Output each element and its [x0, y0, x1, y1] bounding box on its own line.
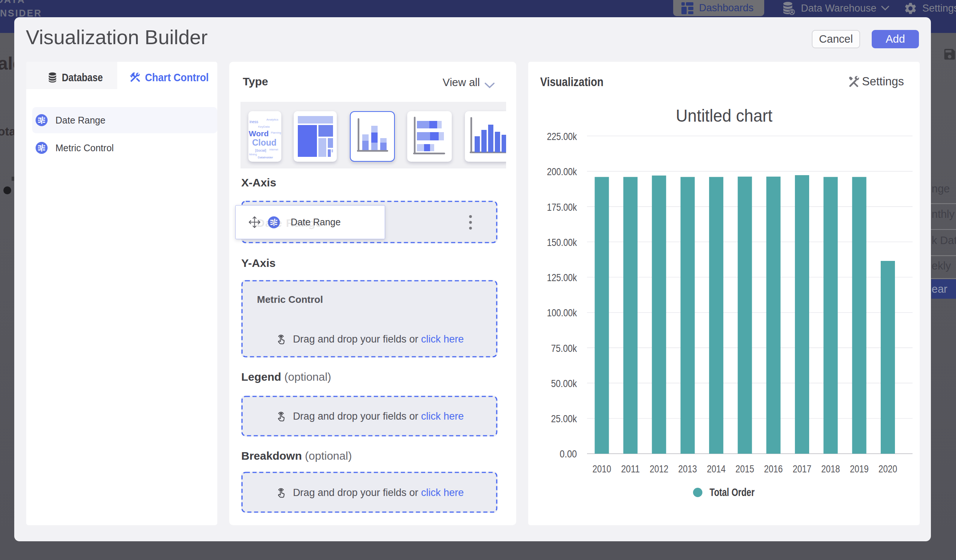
svg-text:Word: Word	[249, 129, 269, 138]
svg-text:175.00k: 175.00k	[547, 202, 577, 213]
svg-text:DataInsider: DataInsider	[258, 156, 273, 159]
svg-text:2019: 2019	[850, 463, 869, 475]
svg-text:50.00k: 50.00k	[551, 378, 577, 389]
svg-text:2012: 2012	[649, 463, 668, 475]
svg-text:75.00k: 75.00k	[551, 343, 577, 354]
svg-text:Untitled chart: Untitled chart	[676, 106, 772, 125]
svg-text:2011: 2011	[621, 463, 640, 475]
svg-text:100.00k: 100.00k	[547, 307, 577, 318]
svg-text:200.00k: 200.00k	[547, 166, 577, 177]
svg-text:125.00k: 125.00k	[547, 272, 577, 283]
svg-text:2018: 2018	[821, 463, 840, 475]
svg-text:internet: internet	[269, 148, 278, 151]
svg-text:150.00k: 150.00k	[547, 237, 577, 248]
svg-text:0.00: 0.00	[560, 449, 577, 460]
svg-text:2017: 2017	[792, 463, 811, 475]
svg-text:2010: 2010	[593, 463, 612, 475]
svg-text:225.00k: 225.00k	[547, 131, 577, 142]
svg-text:[Social]: [Social]	[255, 149, 266, 152]
svg-text:2014: 2014	[707, 463, 726, 475]
svg-text:KeyData: KeyData	[258, 125, 270, 129]
svg-text:2020: 2020	[879, 463, 897, 475]
svg-text:2016: 2016	[764, 463, 783, 475]
svg-text:2013: 2013	[678, 463, 697, 475]
svg-text:Analytics: Analytics	[266, 118, 278, 121]
svg-text:25.00k: 25.00k	[551, 413, 577, 425]
svg-text:2015: 2015	[735, 463, 754, 475]
svg-text:Planning: Planning	[271, 132, 281, 134]
svg-text:iness: iness	[250, 120, 258, 124]
svg-text:Cloud: Cloud	[252, 138, 277, 147]
svg-text:Mining: Mining	[249, 153, 257, 156]
